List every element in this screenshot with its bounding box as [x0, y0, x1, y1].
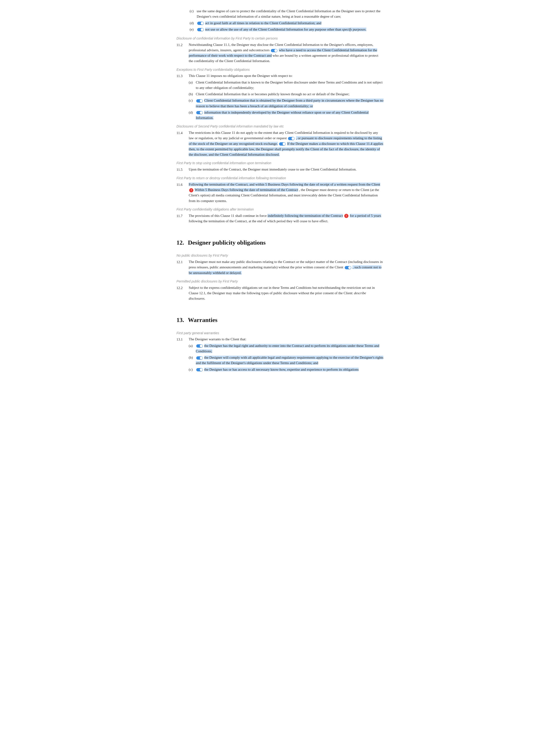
label-11-3-c: (c)	[189, 98, 196, 109]
clause-e-item: (e) not use or allow the use of any of t…	[176, 27, 384, 32]
label-11-3-b: (b)	[189, 92, 196, 97]
error-dot-11-7[interactable]: !	[344, 214, 348, 218]
body-11-3-a: Client Confidential Information that is …	[196, 80, 384, 91]
clause-11-7: 11.7 The provisions of this Clause 11 sh…	[176, 213, 384, 224]
clause-num-13-1: 13.1	[176, 336, 189, 372]
toggle-e[interactable]	[197, 28, 204, 31]
sub-clause-label-d: (d)	[190, 20, 197, 26]
body-13-1-b: the Designer will comply with all applic…	[196, 355, 384, 366]
clause-num-11-6: 11.6	[176, 182, 189, 204]
clause-body-13-1: The Designer warrants to the Client that…	[189, 336, 384, 372]
label-11-3-a: (a)	[189, 80, 196, 91]
body-11-3-c: Client Confidential Information that is …	[196, 98, 384, 109]
subheading-11-2: Disclosure of confidential information b…	[176, 36, 384, 41]
clause-11-6: 11.6 Following the termination of the Co…	[176, 182, 384, 204]
sub-clause-body-d: act in good faith at all times in relati…	[197, 20, 384, 26]
text-11-2-highlight: who have a need to access the Client Con…	[189, 48, 377, 57]
toggle-13-1-a[interactable]	[196, 344, 203, 348]
clause-12-2: 12.2 Subject to the express confidential…	[176, 285, 384, 302]
toggle-11-3-d[interactable]	[196, 111, 203, 114]
text-13-1-c: the Designer has or has access to all ne…	[204, 367, 359, 372]
text-13-1-a: the Designer has the legal right and aut…	[196, 344, 379, 353]
toggle-11-2[interactable]	[271, 49, 277, 52]
clause-body-11-7: The provisions of this Clause 11 shall c…	[189, 213, 384, 224]
sub-clause-13-1-b: (b) the Designer will comply with all ap…	[189, 355, 384, 366]
toggle-13-1-b[interactable]	[196, 356, 203, 359]
toggle-d[interactable]	[197, 22, 204, 25]
text-12-2-italic: describe disclosures.	[189, 291, 366, 300]
sub-clause-11-3-c: (c) Client Confidential Information that…	[189, 98, 384, 109]
section-12-heading-container: 12. Designer publicity obligations	[176, 230, 384, 250]
label-11-3-d: (d)	[189, 110, 196, 121]
body-13-1-c: the Designer has or has access to all ne…	[196, 367, 384, 372]
label-13-1-c: (c)	[189, 367, 196, 372]
text-11-7-highlight1: indefinitely following the termination o…	[268, 214, 343, 217]
clause-12-1: 12.1 The Designer must not make any publ…	[176, 259, 384, 276]
clause-num-11-7: 11.7	[176, 213, 189, 224]
text-11-3-d: information that is independently develo…	[196, 111, 369, 120]
text-11-6-highlight2: Within 5 Business Days following the dat…	[194, 188, 298, 192]
toggle-11-3-c[interactable]	[196, 99, 203, 103]
clause-11-4: 11.4 The restrictions in this Clause 11 …	[176, 130, 384, 157]
subheading-12-1: No public disclosures by First Party	[176, 253, 384, 258]
subheading-11-3: Exceptions to First Party confidentialit…	[176, 67, 384, 72]
subheading-11-5: First Party to stop using confidential i…	[176, 161, 384, 166]
sub-clause-13-1-a: (a) the Designer has the legal right and…	[189, 343, 384, 354]
clause-body-12-1: The Designer must not make any public di…	[189, 259, 384, 276]
label-13-1-a: (a)	[189, 343, 196, 354]
toggle-11-4-a[interactable]	[288, 137, 295, 140]
text-11-7-highlight2: for a period of 5 years	[350, 214, 381, 217]
clause-11-3: 11.3 This Clause 11 imposes no obligatio…	[176, 73, 384, 121]
section-13-number: 13.	[176, 315, 184, 325]
sub-clause-label-e: (e)	[190, 27, 197, 32]
sub-clause-11-3-b: (b) Client Confidential Information that…	[189, 92, 384, 97]
subheading-12-2: Permitted public disclosures by First Pa…	[176, 279, 384, 284]
clause-num-12-2: 12.2	[176, 285, 189, 302]
text-12-1-highlight: , such consent not to be unreasonably wi…	[189, 265, 382, 275]
sub-clause-body-e: not use or allow the use of any of the C…	[197, 27, 384, 32]
clause-num-12-1: 12.1	[176, 259, 189, 276]
clause-d-item: (d) act in good faith at all times in re…	[176, 20, 384, 26]
toggle-13-1-c[interactable]	[196, 368, 203, 372]
body-11-3-b: Client Confidential Information that is …	[196, 92, 384, 97]
subheading-11-4: Disclosures of Second Party confidential…	[176, 124, 384, 129]
error-dot-11-6[interactable]: !	[189, 188, 193, 192]
clause-13-1: 13.1 The Designer warrants to the Client…	[176, 336, 384, 372]
clause-num-11-3: 11.3	[176, 73, 189, 121]
section-12-number: 12.	[176, 238, 184, 248]
clause-body-11-4: The restrictions in this Clause 11 do no…	[189, 130, 384, 157]
document-content: (c) use the same degree of care to prote…	[176, 8, 384, 372]
clause-num-11-4: 11.4	[176, 130, 189, 157]
sub-clause-body-c: use the same degree of care to protect t…	[197, 8, 384, 19]
body-11-3-d: information that is independently develo…	[196, 110, 384, 121]
subheading-11-7: First Party confidentiality obligations …	[176, 207, 384, 212]
text-13-1-b: the Designer will comply with all applic…	[196, 355, 383, 365]
subheading-13-1: First party general warranties	[176, 331, 384, 336]
clause-body-11-2: Notwithstanding Clause 11.1, the Designe…	[189, 42, 384, 64]
body-13-1-a: the Designer has the legal right and aut…	[196, 343, 384, 354]
sub-clause-13-1-c: (c) the Designer has or has access to al…	[189, 367, 384, 372]
clause-c-item: (c) use the same degree of care to prote…	[176, 8, 384, 19]
toggle-11-4-b[interactable]	[279, 142, 286, 146]
sub-clause-11-3-a: (a) Client Confidential Information that…	[189, 80, 384, 91]
text-d-highlight: act in good faith at all times in relati…	[205, 21, 321, 25]
text-11-6-highlight1: Following the termination of the Contrac…	[189, 182, 380, 186]
label-13-1-b: (b)	[189, 355, 196, 366]
text-e-highlight: not use or allow the use of any of the C…	[205, 27, 367, 31]
subheading-11-6: First Party to return or destroy confide…	[176, 176, 384, 181]
clause-body-12-2: Subject to the express confidentiality o…	[189, 285, 384, 302]
section-13-heading-container: 13. Warranties	[176, 307, 384, 327]
sub-clause-11-3-d: (d) information that is independently de…	[189, 110, 384, 121]
text-11-3-c: Client Confidential Information that is …	[196, 99, 384, 108]
clause-num-11-5: 11.5	[176, 167, 189, 172]
section-13-title: Warranties	[188, 315, 218, 325]
clause-body-11-6: Following the termination of the Contrac…	[189, 182, 384, 204]
clause-11-2: 11.2 Notwithstanding Clause 11.1, the De…	[176, 42, 384, 64]
section-12-title: Designer publicity obligations	[188, 238, 266, 248]
toggle-12-1[interactable]	[345, 266, 351, 269]
clause-11-5: 11.5 Upon the termination of the Contrac…	[176, 167, 384, 172]
clause-body-11-5: Upon the termination of the Contract, th…	[189, 167, 384, 172]
clause-body-11-3: This Clause 11 imposes no obligations up…	[189, 73, 384, 121]
sub-clause-label-c: (c)	[190, 8, 197, 19]
clause-num-11-2: 11.2	[176, 42, 189, 64]
